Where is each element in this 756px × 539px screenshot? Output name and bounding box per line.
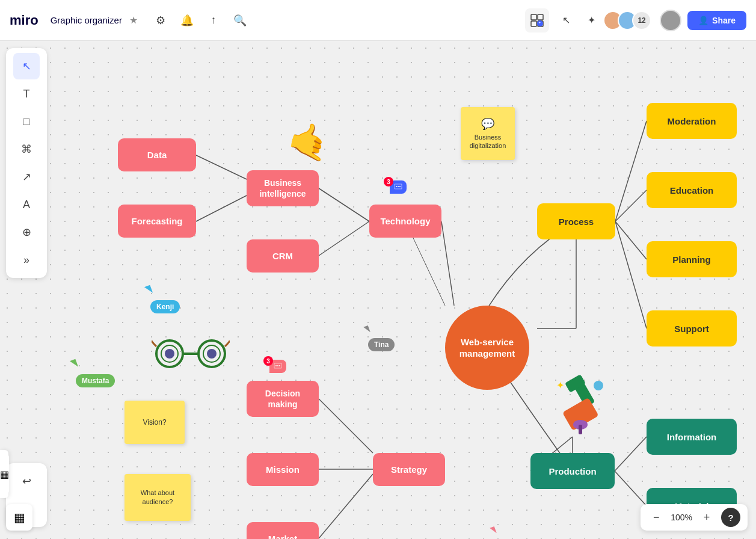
cursor-tools: ↖ ✦ (555, 10, 602, 31)
share-upload-icon[interactable]: ↑ (203, 10, 224, 31)
svg-point-35 (198, 340, 225, 367)
bi-node[interactable]: Business intelligence (247, 170, 319, 206)
map-view-icon[interactable]: + (525, 8, 549, 32)
svg-line-8 (441, 221, 454, 306)
sticky-vision[interactable]: Vision? (124, 401, 185, 444)
self-avatar (660, 10, 681, 31)
select-tool[interactable]: ↖ (13, 53, 40, 79)
svg-text:+: + (539, 20, 541, 24)
svg-rect-0 (531, 14, 536, 20)
avatar-count: 12 (632, 11, 651, 30)
sticky-text: Business digitalization (467, 133, 509, 150)
sticky-tool[interactable]: □ (13, 108, 40, 135)
technology-node[interactable]: Technology (369, 205, 441, 238)
canvas[interactable]: Web-service management Process Strategy … (0, 41, 756, 539)
share-button[interactable]: 👤 Share (687, 11, 746, 30)
cursor-tool[interactable]: ↖ (555, 10, 577, 31)
sticker-glasses (152, 336, 230, 379)
process-node[interactable]: Process (537, 203, 615, 239)
topbar: miro Graphic organizer ★ ⚙ 🔔 ↑ 🔍 + ↖ ✦ 1… (0, 0, 756, 41)
undo-button[interactable]: ↩ (13, 468, 40, 494)
moderation-node[interactable]: Moderation (647, 103, 737, 139)
topbar-icons: ⚙ 🔔 ↑ 🔍 (150, 10, 251, 31)
svg-line-7 (319, 221, 369, 256)
svg-line-6 (319, 188, 369, 221)
search-icon[interactable]: 🔍 (229, 10, 251, 31)
planning-node[interactable]: Planning (647, 241, 737, 277)
svg-point-32 (156, 340, 183, 367)
svg-line-18 (615, 437, 647, 471)
market-node[interactable]: Market (247, 522, 319, 539)
data-node[interactable]: Data (118, 138, 196, 171)
svg-line-14 (615, 121, 647, 221)
share-icon: 👤 (698, 16, 708, 25)
svg-point-33 (161, 345, 178, 362)
miro-logo: miro (10, 13, 38, 28)
sticky-audience[interactable]: What about audience? (124, 474, 191, 521)
strategy-node[interactable]: Strategy (373, 453, 445, 486)
sticker-ok-hand: 🤙 (284, 117, 336, 166)
svg-line-13 (319, 474, 373, 538)
education-node[interactable]: Education (647, 172, 737, 208)
zoom-percentage: 100% (671, 513, 692, 522)
svg-point-26 (396, 186, 397, 187)
cursor-tina: Tina (364, 326, 391, 346)
support-node[interactable]: Support (647, 310, 737, 346)
pen-tool[interactable]: A (13, 191, 40, 218)
sticky-vision-text: Vision? (143, 418, 166, 427)
tina-label: Tina (368, 338, 395, 351)
board-title: Graphic organizer (51, 15, 122, 25)
sticky-icon: 💬 (481, 117, 494, 131)
svg-point-27 (398, 186, 399, 187)
help-button[interactable]: ? (721, 508, 740, 527)
mission-node[interactable]: Mission (247, 453, 319, 486)
svg-point-28 (399, 186, 401, 187)
crm-node[interactable]: CRM (247, 239, 319, 273)
information-node[interactable]: Information (647, 419, 737, 455)
settings-icon[interactable]: ⚙ (150, 10, 171, 31)
production-node[interactable]: Production (530, 453, 615, 489)
left-toolbar: ↖ T □ ⌘ ↗ A ⊕ » (6, 48, 47, 278)
svg-point-37 (207, 349, 217, 359)
svg-rect-43 (562, 398, 599, 431)
svg-point-29 (275, 365, 277, 366)
notification-icon[interactable]: 🔔 (176, 10, 198, 31)
panel-icon[interactable]: ▦ (6, 504, 32, 531)
svg-line-10 (196, 196, 247, 221)
shape-tool[interactable]: ⌘ (13, 136, 40, 162)
svg-rect-39 (571, 376, 595, 407)
svg-rect-45 (579, 425, 582, 434)
svg-rect-40 (565, 374, 586, 393)
line-tool[interactable]: ↗ (13, 164, 40, 190)
forecasting-node[interactable]: Forecasting (118, 205, 196, 238)
collaborator-avatars: 12 (608, 11, 651, 30)
zoom-in-button[interactable]: + (698, 509, 715, 526)
svg-point-34 (165, 349, 174, 359)
sparkle-tool[interactable]: ✦ (580, 10, 602, 31)
sticky-audience-text: What about audience? (131, 488, 185, 507)
frame-tool[interactable]: ⊕ (13, 219, 40, 245)
sticky-biz-dig[interactable]: 💬 Business digitalization (461, 107, 515, 160)
mustafa-label: Mustafa (76, 374, 115, 387)
svg-line-11 (319, 399, 373, 453)
kenji-label: Kenji (150, 300, 180, 313)
center-node[interactable]: Web-service management (445, 306, 529, 390)
text-tool[interactable]: T (13, 81, 40, 107)
svg-rect-1 (538, 14, 543, 20)
svg-point-42 (594, 381, 603, 390)
slide-panel[interactable]: ▦ (0, 450, 8, 498)
cursor-mustafa: Mustafa (71, 360, 110, 381)
zoom-out-button[interactable]: − (648, 509, 665, 526)
svg-point-30 (277, 365, 278, 366)
decision-node[interactable]: Decision making (247, 381, 319, 417)
sticker-stamp: ✦ (547, 371, 613, 444)
star-icon[interactable]: ★ (129, 14, 138, 26)
panel-icon: ▦ (0, 454, 9, 494)
topbar-right: + ↖ ✦ 12 👤 Share (525, 8, 746, 32)
panel-toggle[interactable]: ▦ (6, 504, 32, 531)
more-tools[interactable]: » (13, 247, 40, 273)
zoom-bar: − 100% + ? (641, 504, 748, 531)
svg-line-17 (615, 221, 647, 328)
svg-line-19 (615, 471, 647, 506)
cursor-maggie: Maggie (491, 527, 527, 539)
